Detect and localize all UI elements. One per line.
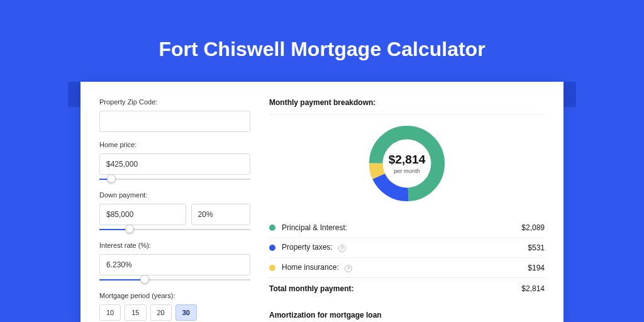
interest-label: Interest rate (%): [99, 242, 250, 249]
dot-icon [269, 225, 275, 231]
svg-text:per month: per month [394, 168, 420, 174]
legend-row-principal: Principal & Interest: $2,089 [269, 218, 545, 237]
home-price-label: Home price: [99, 141, 250, 148]
period-segmented: 10 15 20 30 [99, 304, 250, 321]
period-option-30[interactable]: 30 [175, 304, 197, 321]
amortization-title: Amortization for mortgage loan [269, 311, 545, 322]
period-option-15[interactable]: 15 [125, 304, 146, 321]
donut-chart: $2,814 per month [269, 123, 545, 204]
info-icon[interactable]: ? [345, 265, 352, 272]
page-title: Fort Chiswell Mortgage Calculator [0, 0, 644, 80]
home-price-slider[interactable] [99, 176, 250, 182]
svg-text:$2,814: $2,814 [389, 153, 426, 166]
breakdown-legend: Principal & Interest: $2,089 Property ta… [269, 218, 545, 299]
interest-group: Interest rate (%): [99, 242, 250, 283]
total-value: $2,814 [521, 284, 545, 293]
down-payment-percent-input[interactable] [191, 204, 250, 225]
legend-row-taxes: Property taxes: ? $531 [269, 237, 545, 257]
period-group: Mortgage period (years): 10 15 20 30 [99, 292, 250, 321]
down-payment-group: Down payment: [99, 191, 250, 233]
down-payment-amount-input[interactable] [99, 204, 186, 225]
interest-slider[interactable] [99, 277, 250, 283]
down-payment-slider[interactable] [99, 226, 250, 233]
legend-label: Home insurance: ? [282, 263, 528, 272]
home-price-group: Home price: [99, 141, 250, 182]
breakdown-panel: Monthly payment breakdown: $2,814 per mo… [269, 98, 545, 322]
zip-input[interactable] [99, 111, 250, 132]
legend-value: $531 [528, 243, 545, 252]
form-panel: Property Zip Code: Home price: Down paym… [99, 98, 250, 322]
home-price-input[interactable] [99, 153, 250, 175]
zip-group: Property Zip Code: [99, 98, 250, 132]
period-option-20[interactable]: 20 [150, 304, 172, 321]
legend-label: Principal & Interest: [282, 223, 521, 232]
period-option-10[interactable]: 10 [99, 304, 121, 321]
legend-value: $194 [528, 264, 545, 272]
legend-row-insurance: Home insurance: ? $194 [269, 257, 545, 277]
legend-value: $2,089 [521, 223, 545, 232]
calculator-card: Property Zip Code: Home price: Down paym… [80, 82, 564, 322]
dot-icon [269, 245, 275, 251]
amortization-section: Amortization for mortgage loan Amortizat… [269, 311, 545, 322]
interest-input[interactable] [99, 254, 250, 275]
legend-row-total: Total monthly payment: $2,814 [269, 277, 545, 299]
dot-icon [269, 265, 275, 271]
info-icon[interactable]: ? [338, 245, 346, 252]
period-label: Mortgage period (years): [99, 292, 250, 299]
down-payment-label: Down payment: [99, 191, 250, 199]
total-label: Total monthly payment: [269, 284, 521, 293]
breakdown-title: Monthly payment breakdown: [269, 98, 545, 115]
legend-label: Property taxes: ? [282, 243, 528, 252]
zip-label: Property Zip Code: [99, 98, 250, 106]
